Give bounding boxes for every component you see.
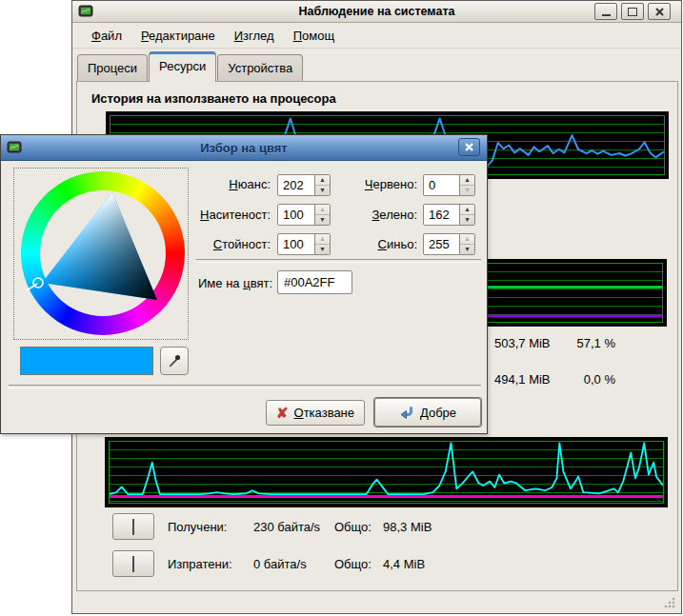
color-picker-dialog: Избор на цвят [0,134,488,434]
close-button[interactable] [648,3,671,20]
close-icon [655,8,664,16]
blue-label: Синьо: [320,237,417,251]
swap-percent: 0,0 % [553,372,615,387]
menu-help[interactable]: Помощ [286,26,342,46]
menu-edit[interactable]: Редактиране [133,26,223,46]
color-name-label: Име на цвят: [139,276,272,290]
maximize-button[interactable] [621,3,644,20]
received-color-button[interactable] [112,513,154,540]
hue-marker[interactable] [33,278,43,288]
menu-file[interactable]: Файл [84,26,130,46]
ok-button[interactable]: Добре [374,398,481,427]
tabstrip: Процеси Ресурси Устройства [77,49,304,82]
swap-amount: 494,1 MiB [494,372,551,387]
app-icon [78,4,93,19]
green-spinner[interactable]: 162 ▲▼ [423,204,475,226]
memory-amount: 503,7 MiB [494,336,551,350]
cancel-icon: ✘ [276,407,289,419]
green-spin-down[interactable]: ▼ [460,215,474,225]
memory-percent: 57,1 % [553,336,615,350]
received-rate: 230 байта/s [253,520,320,534]
dialog-app-icon [7,140,22,155]
received-color-swatch [132,519,134,535]
green-label: Зелено: [320,208,417,222]
sent-total: 4,4 MiB [383,557,425,571]
green-spin-up[interactable]: ▲ [460,205,474,215]
dialog-title: Избор на цвят [1,141,487,155]
main-titlebar[interactable]: Наблюдение на системата [72,1,681,23]
blue-spinner[interactable]: 255 ▲▼ [423,233,475,255]
color-name-input[interactable]: #00A2FF [277,270,352,294]
dialog-titlebar[interactable]: Избор на цвят [1,135,487,161]
blue-spin-up[interactable]: ▲ [460,234,474,245]
sent-color-swatch [132,556,134,572]
eyedropper-icon [167,353,182,368]
menu-view[interactable]: Изглед [227,26,282,46]
red-spin-up[interactable]: ▲ [460,175,474,186]
red-spin-down[interactable]: ▼ [460,186,474,195]
resize-grip[interactable] [662,595,675,608]
sent-total-label: Общо: [334,557,372,571]
minimize-icon [602,14,611,16]
saturation-label: Наситеност: [168,208,271,222]
cancel-button[interactable]: ✘ Отказване [266,400,365,426]
hue-label: Нюанс: [168,177,271,191]
eyedropper-button[interactable] [160,347,189,375]
dialog-close-button[interactable] [458,138,480,156]
red-label: Червено: [320,177,417,191]
ok-icon [399,406,414,420]
received-label: Получени: [168,520,227,534]
minimize-button[interactable] [594,3,617,20]
tab-devices[interactable]: Устройства [217,54,303,82]
value-label: Стойност: [168,237,271,251]
close-icon [465,143,473,151]
tab-resources[interactable]: Ресурси [149,51,216,82]
screen: Наблюдение на системата Файл Редактиране… [0,0,683,616]
hsv-triangle[interactable] [13,168,189,340]
received-total: 98,3 MiB [383,520,432,534]
received-total-label: Общо: [334,520,372,534]
network-chart [105,437,668,507]
color-preview [20,347,153,375]
blue-spin-down[interactable]: ▼ [460,245,474,254]
separator [9,385,481,388]
sent-color-button[interactable] [112,550,154,577]
menubar: Файл Редактиране Изглед Помощ [72,23,681,49]
sent-rate: 0 байта/s [253,557,307,571]
sent-label: Изпратени: [168,557,232,571]
tab-processes[interactable]: Процеси [77,54,148,82]
separator [196,259,481,263]
red-spinner[interactable]: 0 ▲▼ [423,174,475,196]
cpu-history-heading: История на използването на процесора [91,91,336,106]
maximize-icon [628,8,637,16]
main-window-title: Наблюдение на системата [72,5,681,18]
